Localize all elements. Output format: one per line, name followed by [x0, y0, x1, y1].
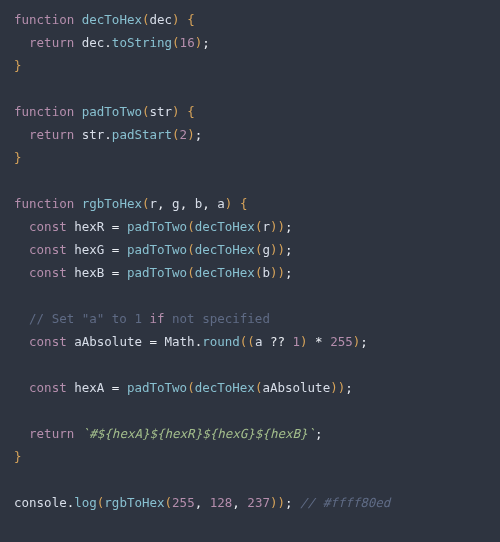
- code-token: ,: [195, 495, 210, 510]
- code-token: ): [172, 12, 180, 27]
- code-token: =: [104, 219, 127, 234]
- code-token: =: [142, 334, 165, 349]
- code-token: return: [29, 127, 74, 142]
- code-token: [74, 196, 82, 211]
- code-token: 255: [172, 495, 195, 510]
- code-token: {: [187, 104, 195, 119]
- code-token: )): [270, 265, 285, 280]
- code-token: const: [29, 334, 67, 349]
- code-token: r: [262, 219, 270, 234]
- code-token: [74, 104, 82, 119]
- code-token: [74, 35, 82, 50]
- code-token: ): [172, 104, 180, 119]
- code-token: [74, 127, 82, 142]
- code-token: [14, 380, 29, 395]
- code-token: g: [262, 242, 270, 257]
- code-token: if: [149, 311, 164, 326]
- code-token: [14, 127, 29, 142]
- code-token: function: [14, 196, 74, 211]
- code-token: return: [29, 426, 74, 441]
- code-token: )): [330, 380, 345, 395]
- code-token: =: [104, 242, 127, 257]
- code-token: [180, 12, 188, 27]
- code-token: padToTwo: [127, 380, 187, 395]
- code-token: // Set "a" to 1: [29, 311, 149, 326]
- code-token: aAbsolute: [74, 334, 142, 349]
- code-token: rgbToHex: [104, 495, 164, 510]
- code-token: 128: [210, 495, 233, 510]
- code-token: hexA: [74, 380, 104, 395]
- code-token: padToTwo: [127, 242, 187, 257]
- code-token: .: [104, 127, 112, 142]
- code-token: g: [172, 196, 180, 211]
- code-token: [14, 334, 29, 349]
- code-token: const: [29, 242, 67, 257]
- code-token: str: [150, 104, 173, 119]
- code-token: ;: [285, 242, 293, 257]
- code-token: 237: [247, 495, 270, 510]
- code-token: rgbToHex: [82, 196, 142, 211]
- code-token: (: [165, 495, 173, 510]
- code-token: (: [187, 380, 195, 395]
- code-token: decToHex: [82, 12, 142, 27]
- code-token: ,: [180, 196, 195, 211]
- code-token: round: [202, 334, 240, 349]
- code-token: ): [187, 127, 195, 142]
- code-token: (: [187, 219, 195, 234]
- code-token: [74, 12, 82, 27]
- code-token: aAbsolute: [262, 380, 330, 395]
- code-token: (: [142, 104, 150, 119]
- code-token: (: [142, 12, 150, 27]
- code-token: ;: [285, 495, 300, 510]
- code-token: {: [187, 12, 195, 27]
- code-token: =: [104, 380, 127, 395]
- code-block: function decToHex(dec) { return dec.toSt…: [0, 0, 500, 542]
- code-token: *: [308, 334, 331, 349]
- code-token: dec: [82, 35, 105, 50]
- code-token: }: [14, 449, 22, 464]
- code-token: )): [270, 242, 285, 257]
- code-token: decToHex: [195, 219, 255, 234]
- code-token: toString: [112, 35, 172, 50]
- code-token: 255: [330, 334, 353, 349]
- code-token: [232, 196, 240, 211]
- code-token: ,: [202, 196, 217, 211]
- code-token: decToHex: [195, 242, 255, 257]
- code-token: padToTwo: [127, 265, 187, 280]
- code-token: function: [14, 12, 74, 27]
- code-token: padToTwo: [82, 104, 142, 119]
- code-token: ;: [202, 35, 210, 50]
- code-token: const: [29, 219, 67, 234]
- code-token: [14, 426, 29, 441]
- code-token: ((: [240, 334, 255, 349]
- code-token: [180, 104, 188, 119]
- code-token: decToHex: [195, 265, 255, 280]
- code-token: console: [14, 495, 67, 510]
- code-token: ;: [285, 265, 293, 280]
- code-token: [14, 311, 29, 326]
- code-token: 2: [180, 127, 188, 142]
- code-token: =: [104, 265, 127, 280]
- code-token: [14, 242, 29, 257]
- code-token: const: [29, 265, 67, 280]
- code-token: }: [14, 58, 22, 73]
- code-token: .: [104, 35, 112, 50]
- code-token: ;: [315, 426, 323, 441]
- code-token: )): [270, 219, 285, 234]
- code-token: (: [187, 242, 195, 257]
- code-token: ??: [262, 334, 292, 349]
- code-token: ;: [360, 334, 368, 349]
- code-token: {: [240, 196, 248, 211]
- code-token: b: [262, 265, 270, 280]
- code-token: str: [82, 127, 105, 142]
- code-token: dec: [150, 12, 173, 27]
- code-token: ,: [232, 495, 247, 510]
- code-token: r: [150, 196, 158, 211]
- code-token: (: [172, 127, 180, 142]
- code-token: ;: [345, 380, 353, 395]
- code-token: not specified: [165, 311, 270, 326]
- code-token: function: [14, 104, 74, 119]
- code-token: [14, 35, 29, 50]
- code-token: [14, 265, 29, 280]
- code-token: Math: [165, 334, 195, 349]
